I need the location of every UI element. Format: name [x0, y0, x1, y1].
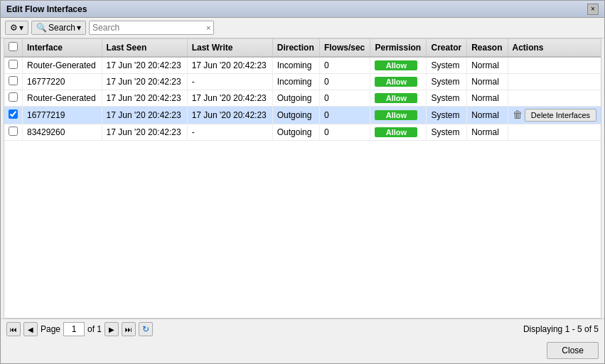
search-input[interactable] [90, 21, 203, 34]
row-direction: Outgoing [272, 90, 319, 107]
interfaces-table: Interface Last Seen Last Write Direction… [4, 39, 601, 141]
row-checkbox[interactable] [9, 76, 18, 85]
search-button-label: Search [48, 23, 75, 33]
row-creator: System [427, 74, 467, 90]
first-page-icon: ⏮ [10, 326, 17, 333]
close-button[interactable]: Close [547, 342, 599, 359]
row-last-seen: 17 Jun '20 20:42:23 [102, 107, 187, 124]
select-all-checkbox[interactable] [9, 42, 18, 51]
search-icon: 🔍 [36, 23, 47, 33]
table-body: Router-Generated 17 Jun '20 20:42:23 17 … [4, 57, 601, 141]
search-dropdown-button[interactable]: 🔍 Search ▾ [31, 21, 86, 35]
row-flows-sec: 0 [319, 90, 370, 107]
row-reason: Normal [467, 57, 508, 74]
next-page-icon: ▶ [109, 326, 114, 333]
permission-badge: Allow [375, 93, 417, 103]
row-permission: Allow [370, 57, 427, 74]
row-checkbox[interactable] [9, 127, 18, 136]
main-window: Edit Flow Interfaces × ⚙ ▾ 🔍 Search ▾ × [0, 0, 605, 364]
permission-badge: Allow [375, 127, 417, 137]
refresh-icon: ↻ [142, 324, 149, 334]
pagination-controls: ⏮ ◀ Page of 1 ▶ ⏭ ↻ [6, 322, 153, 336]
search-field-wrap: × [89, 21, 214, 35]
row-flows-sec: 0 [319, 74, 370, 90]
last-page-button[interactable]: ⏭ [122, 322, 136, 336]
row-checkbox[interactable] [9, 92, 18, 102]
row-flows-sec: 0 [319, 57, 370, 74]
row-actions: 🗑 Delete Interfaces [508, 107, 601, 124]
row-interface: 16777220 [23, 74, 102, 90]
header-reason[interactable]: Reason [467, 39, 508, 57]
close-section: Close [1, 339, 604, 363]
table-row[interactable]: Router-Generated 17 Jun '20 20:42:23 17 … [4, 57, 601, 74]
refresh-button[interactable]: ↻ [139, 322, 153, 336]
row-actions [508, 124, 601, 141]
next-page-button[interactable]: ▶ [105, 322, 119, 336]
title-bar: Edit Flow Interfaces × [1, 1, 604, 18]
row-actions [508, 57, 601, 74]
permission-badge: Allow [375, 77, 417, 87]
prev-page-button[interactable]: ◀ [23, 322, 38, 336]
row-direction: Incoming [272, 74, 319, 90]
gear-dropdown-arrow: ▾ [19, 23, 23, 33]
clear-search-button[interactable]: × [203, 23, 213, 32]
row-last-seen: 17 Jun '20 20:42:23 [102, 124, 187, 141]
table-row[interactable]: 83429260 17 Jun '20 20:42:23 - Outgoing … [4, 124, 601, 141]
first-page-button[interactable]: ⏮ [6, 322, 21, 336]
row-last-write: - [187, 74, 272, 90]
of-label: of 1 [87, 324, 102, 334]
row-interface: Router-Generated [23, 90, 102, 107]
table-row[interactable]: Router-Generated 17 Jun '20 20:42:23 17 … [4, 90, 601, 107]
row-flows-sec: 0 [319, 107, 370, 124]
header-direction[interactable]: Direction [272, 39, 319, 57]
page-label: Page [41, 324, 60, 334]
row-checkbox-cell [4, 124, 23, 141]
row-permission: Allow [370, 74, 427, 90]
page-number-input[interactable] [63, 322, 85, 336]
row-direction: Incoming [272, 57, 319, 74]
delete-row-icon[interactable]: 🗑 [513, 109, 523, 120]
row-last-write: - [187, 124, 272, 141]
row-checkbox[interactable] [9, 60, 18, 69]
permission-badge: Allow [375, 110, 417, 120]
row-creator: System [427, 90, 467, 107]
row-direction: Outgoing [272, 124, 319, 141]
row-permission: Allow [370, 90, 427, 107]
permission-badge: Allow [375, 60, 417, 70]
table-row[interactable]: 16777219 17 Jun '20 20:42:23 17 Jun '20 … [4, 107, 601, 124]
table-row[interactable]: 16777220 17 Jun '20 20:42:23 - Incoming … [4, 74, 601, 90]
window-close-button[interactable]: × [587, 4, 599, 15]
header-interface[interactable]: Interface [23, 39, 102, 57]
delete-interfaces-button[interactable]: Delete Interfaces [525, 109, 596, 122]
gear-menu-button[interactable]: ⚙ ▾ [5, 21, 28, 35]
row-checkbox[interactable] [9, 109, 18, 119]
row-interface: 16777219 [23, 107, 102, 124]
row-interface: 83429260 [23, 124, 102, 141]
row-flows-sec: 0 [319, 124, 370, 141]
row-interface: Router-Generated [23, 57, 102, 74]
row-permission: Allow [370, 107, 427, 124]
row-last-write: 17 Jun '20 20:42:23 [187, 57, 272, 74]
row-last-write: 17 Jun '20 20:42:23 [187, 90, 272, 107]
row-creator: System [427, 107, 467, 124]
window-title: Edit Flow Interfaces [6, 4, 87, 14]
header-checkbox-col [4, 39, 23, 57]
header-creator[interactable]: Creator [427, 39, 467, 57]
displaying-count: Displaying 1 - 5 of 5 [523, 324, 599, 334]
footer-bar: ⏮ ◀ Page of 1 ▶ ⏭ ↻ Displaying 1 - 5 of … [1, 318, 604, 339]
row-creator: System [427, 124, 467, 141]
row-last-seen: 17 Jun '20 20:42:23 [102, 57, 187, 74]
row-actions [508, 74, 601, 90]
search-dropdown-arrow: ▾ [77, 23, 81, 33]
row-last-seen: 17 Jun '20 20:42:23 [102, 90, 187, 107]
row-reason: Normal [467, 90, 508, 107]
prev-page-icon: ◀ [28, 326, 33, 333]
row-checkbox-cell [4, 107, 23, 124]
header-flows-sec[interactable]: Flows/sec [319, 39, 370, 57]
header-last-write[interactable]: Last Write [187, 39, 272, 57]
header-last-seen[interactable]: Last Seen [102, 39, 187, 57]
header-permission[interactable]: Permission [370, 39, 427, 57]
row-reason: Normal [467, 74, 508, 90]
row-actions [508, 90, 601, 107]
row-last-seen: 17 Jun '20 20:42:23 [102, 74, 187, 90]
